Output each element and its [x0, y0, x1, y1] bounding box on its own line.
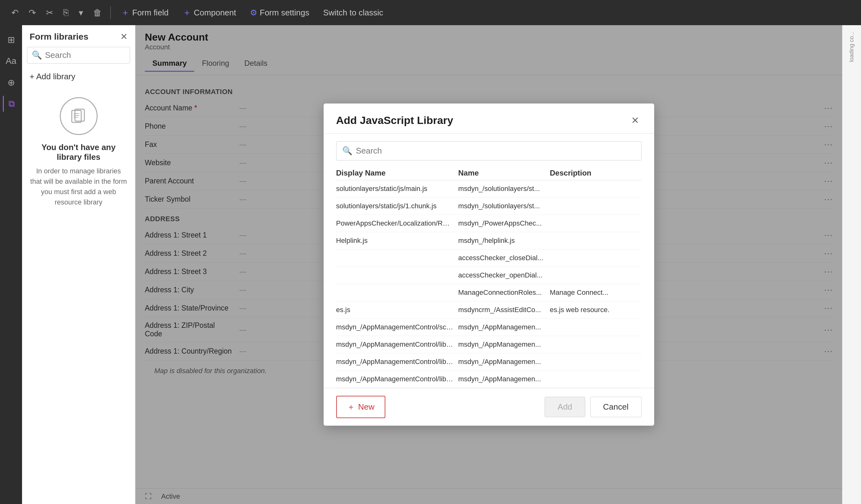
- sidebar-search-input[interactable]: [45, 50, 125, 60]
- cut-icon[interactable]: ✂: [44, 6, 55, 20]
- icon-nav: ⊞ Aa ⊕ ⧉: [0, 25, 22, 504]
- cell-display: msdyn_/AppManagementControl/scripts/AppM…: [336, 323, 459, 331]
- sidebar-header: Form libraries ✕: [22, 31, 135, 47]
- cancel-label: Cancel: [603, 402, 629, 411]
- cell-display: solutionlayers/static/js/main.js: [336, 185, 459, 193]
- sidebar-empty-desc: In order to manage libraries that will b…: [30, 166, 127, 207]
- dialog-table[interactable]: Display Name Name Description solutionla…: [324, 166, 654, 388]
- delete-icon[interactable]: 🗑: [91, 6, 104, 20]
- content-area: New Account Account Summary Flooring Det…: [135, 25, 842, 504]
- form-settings-button[interactable]: ⚙ Form settings: [246, 6, 313, 19]
- table-row[interactable]: msdyn_/AppManagementControl/libs/promise…: [336, 336, 642, 353]
- add-button[interactable]: Add: [545, 397, 585, 417]
- dialog-footer: ＋ New Add Cancel: [324, 388, 654, 426]
- main-layout: ⊞ Aa ⊕ ⧉ Form libraries ✕ 🔍 + Add librar…: [0, 25, 861, 504]
- dropdown-icon[interactable]: ▾: [77, 6, 85, 20]
- add-library-label: + Add library: [30, 72, 75, 82]
- sidebar-close-icon[interactable]: ✕: [120, 31, 127, 42]
- library-empty-svg: [69, 107, 88, 126]
- table-row[interactable]: PowerAppsChecker/Localization/ResourceSt…: [336, 215, 642, 232]
- dialog-search-icon: 🔍: [342, 146, 352, 156]
- table-row[interactable]: solutionlayers/static/js/1.chunk.js msdy…: [336, 198, 642, 215]
- toolbar-divider: [110, 6, 111, 19]
- cell-desc: [550, 340, 642, 349]
- right-sidebar-peek: loading co...: [842, 25, 861, 504]
- nav-text-icon[interactable]: Aa: [3, 53, 19, 69]
- component-button[interactable]: ＋ Component: [179, 5, 240, 20]
- dialog-title: Add JavaScript Library: [336, 114, 453, 126]
- add-js-library-dialog: Add JavaScript Library ✕ 🔍 Display Name …: [324, 103, 654, 426]
- cell-display: Helplink.js: [336, 237, 459, 245]
- cell-desc: [550, 271, 642, 279]
- cell-display: [336, 271, 459, 279]
- cell-display: es.js: [336, 306, 459, 314]
- switch-classic-button[interactable]: Switch to classic: [319, 6, 387, 19]
- add-library-button[interactable]: + Add library: [22, 69, 135, 85]
- cell-name: msdyn_/AppManagemen...: [459, 358, 550, 366]
- cell-display: msdyn_/AppManagementControl/libs/es6_shi…: [336, 358, 459, 366]
- component-label: Component: [194, 8, 236, 18]
- redo-icon[interactable]: ↷: [27, 6, 38, 20]
- cell-desc: [550, 254, 642, 262]
- new-button[interactable]: ＋ New: [336, 396, 385, 418]
- sidebar-search-box[interactable]: 🔍: [27, 47, 130, 64]
- toolbar: ↶ ↷ ✂ ⎘ ▾ 🗑 ＋ Form field ＋ Component ⚙ F…: [0, 0, 861, 25]
- cell-name: msdyn_/solutionlayers/st...: [459, 185, 550, 193]
- cell-display: msdyn_/AppManagementControl/libs/react_1…: [336, 375, 459, 383]
- table-row[interactable]: accessChecker_openDial...: [336, 267, 642, 284]
- table-row[interactable]: Helplink.js msdyn_/helplink.js: [336, 232, 642, 250]
- new-label: New: [358, 402, 374, 412]
- table-row[interactable]: solutionlayers/static/js/main.js msdyn_/…: [336, 180, 642, 198]
- table-row[interactable]: es.js msdyncrm_/AssistEditCo... es.js we…: [336, 302, 642, 319]
- form-libraries-sidebar: Form libraries ✕ 🔍 + Add library You don…: [22, 25, 135, 504]
- table-row[interactable]: msdyn_/AppManagementControl/scripts/AppM…: [336, 319, 642, 336]
- form-field-button[interactable]: ＋ Form field: [117, 5, 173, 20]
- sidebar-empty-title: You don't have any library files: [30, 142, 127, 162]
- dialog-header: Add JavaScript Library ✕: [324, 103, 654, 134]
- form-settings-icon: ⚙: [250, 8, 257, 18]
- form-field-label: Form field: [132, 8, 169, 18]
- dialog-close-button[interactable]: ✕: [629, 114, 642, 127]
- cell-name: accessChecker_openDial...: [459, 271, 550, 279]
- undo-icon[interactable]: ↶: [10, 6, 20, 20]
- cell-name: msdyn_/AppManagemen...: [459, 375, 550, 383]
- copy-icon[interactable]: ⎘: [62, 6, 70, 19]
- new-plus-icon: ＋: [347, 402, 355, 412]
- cell-name: msdyncrm_/AssistEditCo...: [459, 306, 550, 314]
- form-area: New Account Account Summary Flooring Det…: [135, 25, 842, 504]
- table-row[interactable]: ManageConnectionRoles... Manage Connect.…: [336, 284, 642, 302]
- cell-name: msdyn_/AppManagemen...: [459, 340, 550, 349]
- cell-display: [336, 254, 459, 262]
- dialog-search-box[interactable]: 🔍: [336, 141, 642, 160]
- cell-desc: [550, 185, 642, 193]
- sidebar-search-icon: 🔍: [32, 50, 42, 60]
- table-row[interactable]: msdyn_/AppManagementControl/libs/es6_shi…: [336, 353, 642, 370]
- col-name: Name: [459, 169, 550, 178]
- nav-components-icon[interactable]: ⧉: [3, 96, 19, 112]
- nav-layers-icon[interactable]: ⊕: [3, 74, 19, 90]
- footer-right-buttons: Add Cancel: [545, 397, 641, 417]
- table-row[interactable]: accessChecker_closeDial...: [336, 250, 642, 267]
- cancel-button[interactable]: Cancel: [590, 397, 642, 417]
- cell-desc: [550, 358, 642, 366]
- col-display-name: Display Name: [336, 169, 459, 178]
- nav-grid-icon[interactable]: ⊞: [3, 31, 19, 48]
- cell-display: msdyn_/AppManagementControl/libs/promise…: [336, 340, 459, 349]
- add-label: Add: [558, 402, 572, 411]
- cell-name: ManageConnectionRoles...: [459, 289, 550, 297]
- component-plus-icon: ＋: [182, 6, 191, 18]
- cell-name: msdyn_/solutionlayers/st...: [459, 202, 550, 210]
- table-row[interactable]: msdyn_/AppManagementControl/libs/react_1…: [336, 370, 642, 388]
- cell-desc: [550, 375, 642, 383]
- cell-desc: [550, 323, 642, 331]
- right-sidebar-text: loading co...: [848, 28, 855, 65]
- switch-classic-label: Switch to classic: [323, 8, 383, 18]
- dialog-search-input[interactable]: [356, 146, 636, 156]
- cell-name: msdyn_/PowerAppsChec...: [459, 219, 550, 227]
- dialog-overlay: Add JavaScript Library ✕ 🔍 Display Name …: [135, 25, 842, 504]
- cell-name: msdyn_/AppManagemen...: [459, 323, 550, 331]
- form-settings-label: Form settings: [260, 8, 310, 18]
- cell-display: solutionlayers/static/js/1.chunk.js: [336, 202, 459, 210]
- cell-desc: Manage Connect...: [550, 289, 642, 297]
- sidebar-empty-icon: [60, 97, 98, 135]
